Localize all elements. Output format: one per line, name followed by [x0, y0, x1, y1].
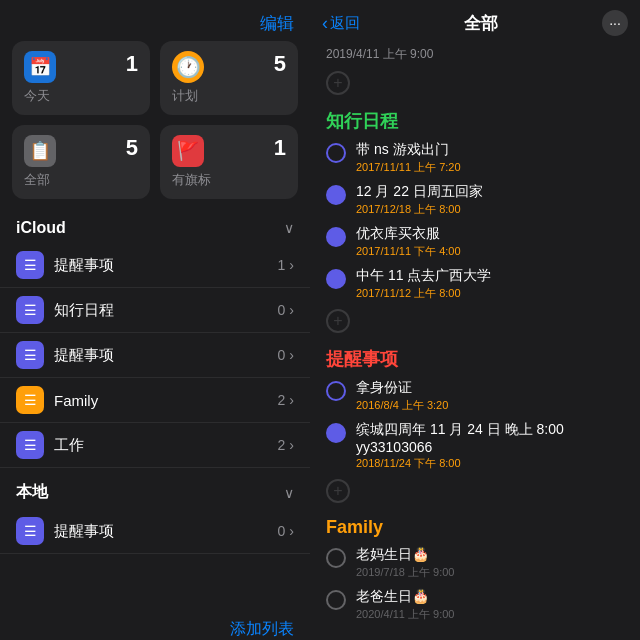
group-zhixing-title: 知行日程 — [310, 99, 640, 137]
flagged-label: 有旗标 — [172, 171, 286, 189]
card-flagged[interactable]: 🚩 1 有旗标 — [160, 125, 298, 199]
icloud-title: iCloud — [16, 219, 66, 237]
task-date: 2017/12/18 上午 8:00 — [356, 202, 483, 217]
plan-label: 计划 — [172, 87, 286, 105]
task-circle-icon — [326, 590, 346, 610]
more-button[interactable]: ··· — [602, 10, 628, 36]
local-item-0-name: 提醒事项 — [54, 522, 114, 541]
icloud-item-2-count: 0 — [278, 347, 286, 363]
icloud-item-4-name: 工作 — [54, 436, 84, 455]
task-item[interactable]: 12 月 22 日周五回家 2017/12/18 上午 8:00 — [310, 179, 640, 221]
plan-count: 5 — [274, 51, 286, 77]
plan-icon: 🕐 — [172, 51, 204, 83]
back-button[interactable]: ‹ 返回 — [322, 13, 360, 34]
task-item[interactable]: 优衣库买衣服 2017/11/11 下午 4:00 — [310, 221, 640, 263]
icloud-item-2[interactable]: ☰ 提醒事项 0 › — [0, 333, 310, 378]
task-date: 2017/11/11 上午 7:20 — [356, 160, 461, 175]
task-item[interactable]: 带 ns 游戏出门 2017/11/11 上午 7:20 — [310, 137, 640, 179]
local-item-0[interactable]: ☰ 提醒事项 0 › — [0, 509, 310, 554]
local-item-0-count: 0 — [278, 523, 286, 539]
left-header: 编辑 — [0, 0, 310, 41]
task-title: 拿身份证 — [356, 379, 448, 397]
icloud-section-header[interactable]: iCloud ∨ — [0, 209, 310, 243]
icloud-item-2-chevron: › — [289, 347, 294, 363]
icloud-item-4-chevron: › — [289, 437, 294, 453]
icloud-item-4[interactable]: ☰ 工作 2 › — [0, 423, 310, 468]
card-all[interactable]: 📋 5 全部 — [12, 125, 150, 199]
flagged-count: 1 — [274, 135, 286, 161]
icloud-chevron-icon: ∨ — [284, 220, 294, 236]
icloud-item-0[interactable]: ☰ 提醒事项 1 › — [0, 243, 310, 288]
card-today[interactable]: 📅 1 今天 — [12, 41, 150, 115]
icloud-item-1-icon: ☰ — [16, 296, 44, 324]
icloud-item-1-chevron: › — [289, 302, 294, 318]
icloud-item-3-icon: ☰ — [16, 386, 44, 414]
add-item-button-top[interactable]: + — [326, 71, 350, 95]
task-title: 中午 11 点去广西大学 — [356, 267, 491, 285]
grid-section: 📅 1 今天 🕐 5 计划 📋 5 全部 🚩 1 — [0, 41, 310, 209]
icloud-item-3-chevron: › — [289, 392, 294, 408]
icloud-item-2-icon: ☰ — [16, 341, 44, 369]
local-item-0-chevron: › — [289, 523, 294, 539]
task-title: 老爸生日🎂 — [356, 588, 454, 606]
local-title: 本地 — [16, 482, 48, 503]
right-panel: ‹ 返回 全部 ··· 2019/4/11 上午 9:00 + 知行日程 带 n… — [310, 0, 640, 640]
task-circle-icon — [326, 143, 346, 163]
task-date: 2017/11/11 下午 4:00 — [356, 244, 461, 259]
today-icon: 📅 — [24, 51, 56, 83]
local-item-0-icon: ☰ — [16, 517, 44, 545]
task-item[interactable]: 缤城四周年 11 月 24 日 晚上 8:00 yy33103066 2018/… — [310, 417, 640, 475]
flagged-icon: 🚩 — [172, 135, 204, 167]
task-date: 2019/7/18 上午 9:00 — [356, 565, 454, 580]
old-date: 2019/4/11 上午 9:00 — [310, 42, 640, 67]
left-panel: 编辑 📅 1 今天 🕐 5 计划 📋 5 全部 — [0, 0, 310, 640]
local-section: 本地 ∨ ☰ 提醒事项 0 › — [0, 472, 310, 554]
all-icon: 📋 — [24, 135, 56, 167]
local-chevron-icon: ∨ — [284, 485, 294, 501]
task-item[interactable]: 拿身份证 2016/8/4 上午 3:20 — [310, 375, 640, 417]
add-list-button[interactable]: 添加列表 — [230, 619, 294, 640]
icloud-item-3-name: Family — [54, 392, 98, 409]
add-item-button-zhixing[interactable]: + — [326, 309, 350, 333]
icloud-item-4-count: 2 — [278, 437, 286, 453]
task-circle-icon — [326, 381, 346, 401]
all-count: 5 — [126, 135, 138, 161]
task-item[interactable]: 中午 11 点去广西大学 2017/11/12 上午 8:00 — [310, 263, 640, 305]
local-section-header[interactable]: 本地 ∨ — [0, 472, 310, 509]
task-circle-icon — [326, 423, 346, 443]
task-date: 2017/11/12 上午 8:00 — [356, 286, 491, 301]
icloud-item-1-name: 知行日程 — [54, 301, 114, 320]
icloud-item-0-icon: ☰ — [16, 251, 44, 279]
task-circle-icon — [326, 269, 346, 289]
group-family-title: Family — [310, 507, 640, 542]
card-plan[interactable]: 🕐 5 计划 — [160, 41, 298, 115]
icloud-item-1-count: 0 — [278, 302, 286, 318]
task-circle-icon — [326, 227, 346, 247]
icloud-item-4-icon: ☰ — [16, 431, 44, 459]
icloud-item-2-name: 提醒事项 — [54, 346, 114, 365]
task-date: 2018/11/24 下午 8:00 — [356, 456, 564, 471]
icloud-item-0-chevron: › — [289, 257, 294, 273]
task-date: 2020/4/11 上午 9:00 — [356, 607, 454, 622]
today-count: 1 — [126, 51, 138, 77]
back-label: 返回 — [330, 14, 360, 33]
add-item-button-reminder[interactable]: + — [326, 479, 350, 503]
task-item[interactable]: 老爸生日🎂 2020/4/11 上午 9:00 — [310, 584, 640, 626]
icloud-item-3-count: 2 — [278, 392, 286, 408]
icloud-item-1[interactable]: ☰ 知行日程 0 › — [0, 288, 310, 333]
icloud-item-0-name: 提醒事项 — [54, 256, 114, 275]
task-date: 2016/8/4 上午 3:20 — [356, 398, 448, 413]
task-title: 老妈生日🎂 — [356, 546, 454, 564]
edit-button[interactable]: 编辑 — [260, 12, 294, 35]
task-circle-icon — [326, 548, 346, 568]
task-title: 12 月 22 日周五回家 — [356, 183, 483, 201]
task-title: 优衣库买衣服 — [356, 225, 461, 243]
back-chevron-icon: ‹ — [322, 13, 328, 34]
task-item[interactable]: 老妈生日🎂 2019/7/18 上午 9:00 — [310, 542, 640, 584]
icloud-item-0-count: 1 — [278, 257, 286, 273]
today-label: 今天 — [24, 87, 138, 105]
all-label: 全部 — [24, 171, 138, 189]
add-list-area: 添加列表 — [0, 603, 310, 640]
icloud-item-3[interactable]: ☰ Family 2 › — [0, 378, 310, 423]
task-circle-icon — [326, 185, 346, 205]
